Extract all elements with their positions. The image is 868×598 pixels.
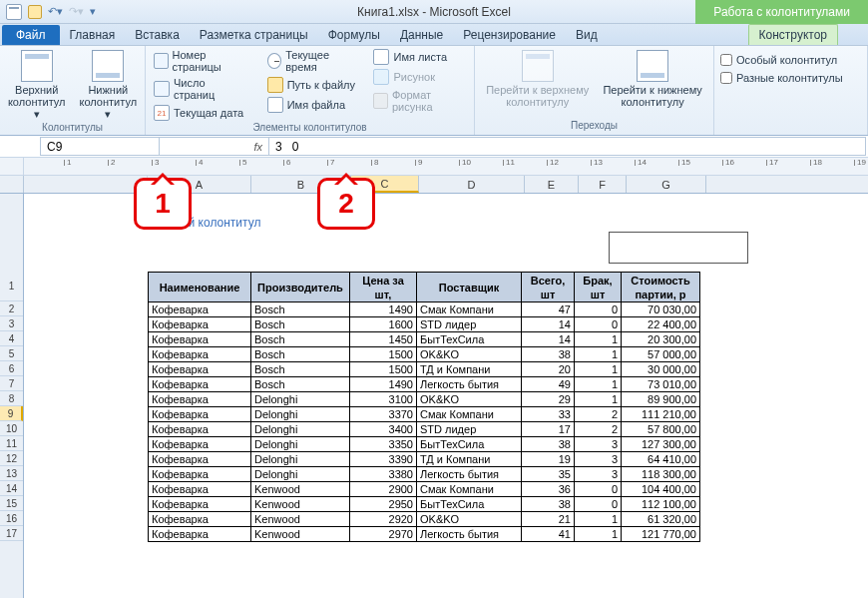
special-header-checkbox[interactable]: Особый колонтитул bbox=[720, 54, 837, 66]
cell[interactable]: Кофеварка bbox=[149, 437, 251, 452]
table-header[interactable]: Всего, шт bbox=[522, 273, 575, 302]
cell[interactable]: Кофеварка bbox=[149, 452, 251, 467]
row-header-10[interactable]: 10 bbox=[0, 421, 23, 436]
tab-pagelayout[interactable]: Разметка страницы bbox=[190, 25, 318, 45]
table-header[interactable]: Производитель bbox=[251, 273, 350, 302]
cell[interactable]: 41 bbox=[522, 527, 575, 542]
tab-review[interactable]: Рецензирование bbox=[453, 25, 566, 45]
header-button[interactable]: Верхний колонтитул ▾ bbox=[4, 48, 70, 122]
row-header-13[interactable]: 13 bbox=[0, 466, 23, 481]
cell[interactable]: 1490 bbox=[350, 302, 417, 317]
cell[interactable]: 1 bbox=[575, 527, 622, 542]
cell[interactable]: 38 bbox=[522, 497, 575, 512]
page-count-button[interactable]: Число страниц bbox=[152, 76, 251, 102]
table-row[interactable]: КофеваркаDelonghi3390ТД и Компани19364 4… bbox=[149, 452, 700, 467]
row-header-11[interactable]: 11 bbox=[0, 436, 23, 451]
cell[interactable]: 22 400,00 bbox=[622, 317, 700, 332]
cell[interactable]: 112 100,00 bbox=[622, 497, 700, 512]
fx-icon[interactable]: fx bbox=[253, 141, 262, 153]
row-header-2[interactable]: 2 bbox=[0, 301, 23, 316]
cell[interactable]: 3380 bbox=[350, 467, 417, 482]
cell[interactable]: 111 210,00 bbox=[622, 407, 700, 422]
goto-footer-button[interactable]: Перейти к нижнему колонтитулу bbox=[599, 48, 705, 110]
cell[interactable]: 2970 bbox=[350, 527, 417, 542]
fx-buttons[interactable]: fx bbox=[160, 137, 269, 156]
cell[interactable]: Кофеварка bbox=[149, 497, 251, 512]
formula-bar[interactable]: 3 0 bbox=[269, 137, 866, 156]
cell[interactable]: STD лидер bbox=[417, 422, 522, 437]
row-header-7[interactable]: 7 bbox=[0, 376, 23, 391]
row-header-4[interactable]: 4 bbox=[0, 331, 23, 346]
cell[interactable]: 0 bbox=[575, 317, 622, 332]
header-section-right[interactable] bbox=[609, 232, 748, 264]
cell[interactable]: 61 320,00 bbox=[622, 512, 700, 527]
cell[interactable]: Delonghi bbox=[251, 437, 350, 452]
cell[interactable]: 21 bbox=[522, 512, 575, 527]
cell[interactable]: Kenwood bbox=[251, 482, 350, 497]
cell[interactable]: Легкость бытия bbox=[417, 467, 522, 482]
save-icon[interactable] bbox=[28, 5, 42, 19]
cell[interactable]: Kenwood bbox=[251, 512, 350, 527]
cell[interactable]: 89 900,00 bbox=[622, 392, 700, 407]
cell[interactable]: Легкость бытия bbox=[417, 377, 522, 392]
cell[interactable]: Кофеварка bbox=[149, 392, 251, 407]
cell[interactable]: Bosch bbox=[251, 362, 350, 377]
cell[interactable]: 118 300,00 bbox=[622, 467, 700, 482]
cell[interactable]: Delonghi bbox=[251, 407, 350, 422]
tab-view[interactable]: Вид bbox=[566, 25, 608, 45]
row-header-9[interactable]: 9 bbox=[0, 406, 23, 421]
tab-home[interactable]: Главная bbox=[60, 25, 126, 45]
cell[interactable]: Кофеварка bbox=[149, 362, 251, 377]
cell[interactable]: БытТехСила bbox=[417, 437, 522, 452]
file-name-button[interactable]: Имя файла bbox=[265, 96, 347, 114]
cell[interactable]: 30 000,00 bbox=[622, 362, 700, 377]
column-header-D[interactable]: D bbox=[419, 176, 525, 193]
row-header-1[interactable]: 1 bbox=[0, 272, 23, 301]
cell[interactable]: 49 bbox=[522, 377, 575, 392]
cell[interactable]: 121 770,00 bbox=[622, 527, 700, 542]
cell[interactable]: 1 bbox=[575, 347, 622, 362]
table-row[interactable]: КофеваркаKenwood2920OK&KO21161 320,00 bbox=[149, 512, 700, 527]
cell[interactable]: 1490 bbox=[350, 377, 417, 392]
table-row[interactable]: КофеваркаKenwood2950БытТехСила380112 100… bbox=[149, 497, 700, 512]
cell[interactable]: 2 bbox=[575, 422, 622, 437]
tab-insert[interactable]: Вставка bbox=[125, 25, 190, 45]
table-header[interactable]: Поставщик bbox=[417, 273, 522, 302]
current-time-button[interactable]: Текущее время bbox=[265, 48, 358, 74]
table-row[interactable]: КофеваркаDelonghi3400STD лидер17257 800,… bbox=[149, 422, 700, 437]
cell[interactable]: OK&KO bbox=[417, 512, 522, 527]
cell[interactable]: 38 bbox=[522, 437, 575, 452]
row-header-16[interactable]: 16 bbox=[0, 511, 23, 526]
cell[interactable]: Смак Компани bbox=[417, 302, 522, 317]
table-header[interactable]: Стоимость партии, р bbox=[622, 273, 700, 302]
tab-design[interactable]: Конструктор bbox=[748, 24, 838, 45]
cell[interactable]: ТД и Компани bbox=[417, 362, 522, 377]
cell[interactable]: Bosch bbox=[251, 317, 350, 332]
column-header-F[interactable]: F bbox=[579, 176, 627, 193]
cell[interactable]: 127 300,00 bbox=[622, 437, 700, 452]
cell[interactable]: 3400 bbox=[350, 422, 417, 437]
cell[interactable]: 3 bbox=[575, 467, 622, 482]
cell[interactable]: 1 bbox=[575, 377, 622, 392]
cell[interactable]: Кофеварка bbox=[149, 512, 251, 527]
cell[interactable]: 0 bbox=[575, 302, 622, 317]
cell[interactable]: Кофеварка bbox=[149, 467, 251, 482]
cell[interactable]: 47 bbox=[522, 302, 575, 317]
sheet-name-button[interactable]: Имя листа bbox=[371, 48, 449, 66]
table-row[interactable]: КофеваркаBosch1500OK&KO38157 000,00 bbox=[149, 347, 700, 362]
cell[interactable]: БытТехСила bbox=[417, 497, 522, 512]
row-header-3[interactable]: 3 bbox=[0, 316, 23, 331]
cell[interactable]: 57 000,00 bbox=[622, 347, 700, 362]
cell[interactable]: Кофеварка bbox=[149, 407, 251, 422]
cell[interactable]: STD лидер bbox=[417, 317, 522, 332]
cell[interactable]: 20 300,00 bbox=[622, 332, 700, 347]
cell[interactable]: Кофеварка bbox=[149, 302, 251, 317]
row-header-6[interactable]: 6 bbox=[0, 361, 23, 376]
table-row[interactable]: КофеваркаBosch1490Легкость бытия49173 01… bbox=[149, 377, 700, 392]
cell[interactable]: 3350 bbox=[350, 437, 417, 452]
column-header-E[interactable]: E bbox=[525, 176, 579, 193]
table-row[interactable]: КофеваркаKenwood2900Смак Компани360104 4… bbox=[149, 482, 700, 497]
cell[interactable]: ТД и Компани bbox=[417, 452, 522, 467]
cell[interactable]: 73 010,00 bbox=[622, 377, 700, 392]
cell[interactable]: 14 bbox=[522, 332, 575, 347]
